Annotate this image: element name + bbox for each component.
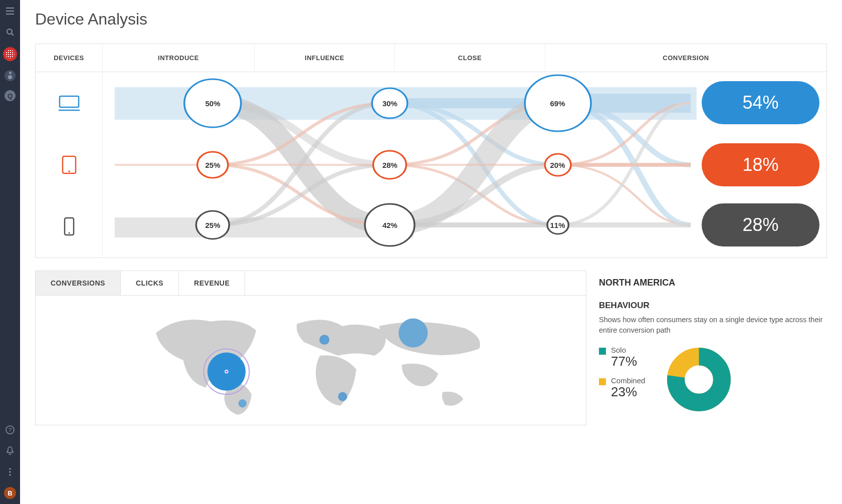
legend-swatch-combined xyxy=(599,378,606,385)
behaviour-desc: Shows how often consumers stay on a sing… xyxy=(599,315,827,336)
legend-solo: Solo 77% xyxy=(599,346,645,369)
bell-icon[interactable] xyxy=(4,445,16,457)
header-conversion: CONVERSION xyxy=(545,44,826,72)
tab-conversions[interactable]: CONVERSIONS xyxy=(36,271,121,295)
menu-icon[interactable] xyxy=(4,5,16,17)
svg-point-5 xyxy=(9,474,11,475)
sidebar: Q ? B xyxy=(0,0,20,504)
avatar[interactable]: B xyxy=(4,487,16,499)
svg-point-14 xyxy=(525,75,591,131)
conversion-pill-tablet: 18% xyxy=(702,143,819,186)
svg-point-3 xyxy=(9,468,11,469)
main-content: Device Analysis DEVICES INTRODUCE INFLUE… xyxy=(20,0,842,504)
conversion-pill-mobile: 28% xyxy=(702,203,819,246)
help-icon[interactable]: ? xyxy=(4,424,16,436)
svg-point-17 xyxy=(545,154,571,176)
svg-point-22 xyxy=(338,392,347,401)
svg-point-4 xyxy=(9,471,11,472)
svg-point-20 xyxy=(547,216,568,234)
svg-point-13 xyxy=(372,88,407,118)
world-map[interactable] xyxy=(35,295,586,425)
device-analysis-panel: DEVICES INTRODUCE INFLUENCE CLOSE CONVER… xyxy=(35,44,827,258)
tab-revenue[interactable]: REVENUE xyxy=(179,271,245,295)
sankey-chart: 50% 30% 69% 25% 28% 20% 25% 42% 11% 54% … xyxy=(36,72,826,258)
header-devices: DEVICES xyxy=(36,44,103,72)
tab-clicks[interactable]: CLICKS xyxy=(121,271,179,295)
legend-swatch-solo xyxy=(599,348,606,355)
svg-point-19 xyxy=(365,204,414,246)
header-close: CLOSE xyxy=(395,44,545,72)
svg-point-16 xyxy=(373,151,406,179)
behaviour-title: BEHAVIOUR xyxy=(599,301,827,311)
selector-icon[interactable] xyxy=(5,70,16,81)
metric-tabs: CONVERSIONS CLICKS REVENUE xyxy=(35,271,586,295)
svg-point-23 xyxy=(398,318,428,347)
page-title: Device Analysis xyxy=(35,10,827,29)
svg-point-28 xyxy=(226,371,228,373)
search-icon[interactable] xyxy=(4,26,16,38)
device-table-header: DEVICES INTRODUCE INFLUENCE CLOSE CONVER… xyxy=(36,44,826,72)
header-influence: INFLUENCE xyxy=(255,44,395,72)
svg-point-18 xyxy=(196,211,229,239)
svg-text:?: ? xyxy=(9,427,12,433)
svg-point-24 xyxy=(239,399,247,407)
svg-point-21 xyxy=(319,335,329,345)
q-icon[interactable]: Q xyxy=(5,90,16,101)
svg-point-15 xyxy=(197,152,228,178)
region-panel: NORTH AMERICA BEHAVIOUR Shows how often … xyxy=(599,271,827,425)
region-title: NORTH AMERICA xyxy=(599,278,827,288)
svg-point-12 xyxy=(184,79,241,127)
more-dots-icon[interactable] xyxy=(4,466,16,478)
svg-point-0 xyxy=(7,29,12,34)
header-introduce: INTRODUCE xyxy=(103,44,255,72)
brand-icon[interactable] xyxy=(3,47,17,61)
behaviour-donut xyxy=(665,346,733,413)
conversion-pill-desktop: 54% xyxy=(702,81,819,124)
legend-combined: Combined 23% xyxy=(599,376,645,400)
